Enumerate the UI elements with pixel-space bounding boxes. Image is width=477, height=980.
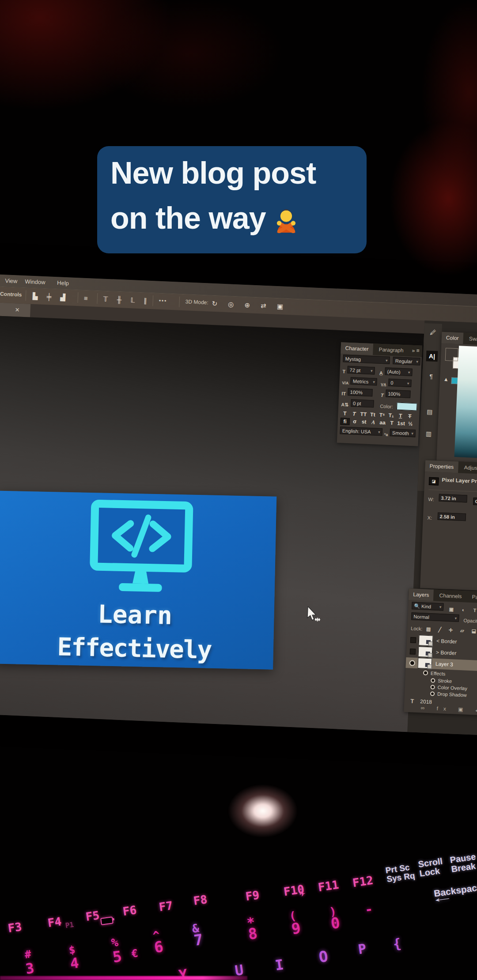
layer-thumbnail[interactable] bbox=[418, 646, 433, 657]
style-button-0[interactable]: T bbox=[341, 410, 349, 417]
menu-item-window[interactable]: Window bbox=[25, 278, 45, 286]
paragraph-panel-icon[interactable]: ¶ bbox=[425, 371, 437, 382]
tab-adjustments[interactable]: Adjustments bbox=[459, 462, 477, 475]
feature-button-4[interactable]: aa bbox=[378, 419, 387, 427]
tab-color[interactable]: Color bbox=[441, 332, 463, 344]
menu-item-view[interactable]: View bbox=[5, 277, 18, 284]
align-vertical-icons[interactable]: 𝕋 ╫ 𝕃 ∥ bbox=[103, 295, 151, 305]
key-f4[interactable]: F4 bbox=[47, 916, 62, 929]
tracking-select[interactable]: 0▾ bbox=[388, 379, 412, 387]
blend-mode-select[interactable]: Normal▾ bbox=[411, 612, 459, 622]
style-button-6[interactable]: T bbox=[396, 413, 405, 419]
style-button-3[interactable]: Tt bbox=[368, 411, 377, 418]
visibility-toggle[interactable] bbox=[423, 671, 428, 675]
layer-thumbnail[interactable] bbox=[417, 658, 432, 669]
visibility-toggle[interactable] bbox=[409, 660, 416, 666]
distribute-icon[interactable]: ≡ bbox=[84, 294, 91, 302]
color-panel: Color Swatches ▲ bbox=[436, 332, 477, 464]
lock-icons[interactable]: ▨ ╱ ✛ ▱ ⬓ bbox=[426, 626, 477, 634]
width-label: W: bbox=[428, 497, 434, 502]
vertical-scale-field[interactable]: 100% bbox=[348, 388, 373, 396]
visibility-toggle[interactable] bbox=[410, 648, 416, 655]
tab-paths[interactable]: Paths bbox=[467, 591, 477, 603]
layer-name: 2018 bbox=[420, 698, 432, 705]
text-color-swatch[interactable] bbox=[397, 403, 417, 411]
feature-button-1[interactable]: σ bbox=[350, 418, 359, 426]
key-f8[interactable]: F8 bbox=[193, 893, 208, 907]
close-icon[interactable]: ✕ bbox=[15, 306, 20, 313]
gamut-warning-icon[interactable]: ▲ bbox=[443, 376, 449, 382]
baseline-shift-icon: A⇅ bbox=[341, 402, 349, 407]
3d-mode-icons[interactable]: ↻ ◎ ⊕ ⇄ ▣ bbox=[212, 300, 288, 311]
key-f3[interactable]: F3 bbox=[7, 921, 23, 935]
story-caption[interactable]: New blog post on the way bbox=[97, 146, 367, 253]
tab-character[interactable]: Character bbox=[341, 342, 373, 355]
feature-button-3[interactable]: A bbox=[369, 419, 378, 426]
key-scroll-lock[interactable]: Scroll Lock bbox=[417, 856, 444, 878]
more-options-icon[interactable]: ••• bbox=[159, 298, 167, 304]
anti-alias-select[interactable]: Smooth▾ bbox=[390, 429, 416, 437]
style-button-4[interactable]: Tˢ bbox=[378, 412, 386, 418]
artwork-title-line1: Learn bbox=[0, 598, 274, 632]
character-panel: Character Paragraph » ≡ Mystag▾ Regular▾… bbox=[337, 342, 422, 446]
anti-alias-icon: ªa bbox=[384, 432, 388, 437]
key-f12[interactable]: F12 bbox=[352, 874, 374, 890]
feature-button-0[interactable]: fi bbox=[340, 418, 350, 425]
key-f6[interactable]: F6 bbox=[122, 904, 137, 918]
layer-thumbnail[interactable] bbox=[419, 635, 433, 646]
constrain-link-icon[interactable]: OO bbox=[473, 498, 477, 505]
baseline-shift-field[interactable]: 0 pt bbox=[351, 399, 374, 407]
tab-layers[interactable]: Layers bbox=[409, 588, 434, 601]
style-button-2[interactable]: TT bbox=[359, 411, 368, 418]
width-field[interactable]: 3.72 in bbox=[439, 494, 467, 503]
font-style-select[interactable]: Regular▾ bbox=[393, 357, 421, 366]
language-select[interactable]: English: USA▾ bbox=[340, 426, 383, 436]
horizontal-scale-field[interactable]: 100% bbox=[386, 389, 411, 398]
tab-swatches[interactable]: Swatches bbox=[464, 333, 477, 346]
feature-button-5[interactable]: T bbox=[387, 420, 396, 427]
key-f9[interactable]: F9 bbox=[245, 889, 260, 903]
key-f7[interactable]: F7 bbox=[158, 900, 174, 913]
style-button-5[interactable]: T₁ bbox=[387, 412, 396, 419]
key-f11[interactable]: F11 bbox=[317, 879, 339, 894]
feature-button-2[interactable]: st bbox=[360, 418, 368, 426]
character-panel-icon[interactable]: A| bbox=[426, 351, 438, 362]
feature-button-7[interactable]: ½ bbox=[406, 420, 415, 428]
filter-kind-select[interactable]: 🔍 Kind▾ bbox=[412, 602, 444, 611]
story-photo: New blog post on the way ViewWindowHelp … bbox=[0, 0, 477, 980]
leading-select[interactable]: (Auto)▾ bbox=[385, 367, 413, 376]
x-field[interactable]: 2.58 in bbox=[437, 513, 466, 521]
filter-type-icons[interactable]: ▣ ◐ T bbox=[449, 607, 477, 613]
layer-name: Effects bbox=[431, 671, 446, 676]
artwork-title-line2: Effectively bbox=[0, 631, 274, 666]
visibility-toggle[interactable] bbox=[430, 685, 435, 689]
feature-button-6[interactable]: 1st bbox=[397, 420, 405, 428]
document-tab[interactable]: ✕ bbox=[0, 302, 30, 317]
visibility-toggle[interactable] bbox=[430, 691, 435, 696]
tab-paragraph[interactable]: Paragraph bbox=[374, 343, 408, 356]
kerning-icon: V/A bbox=[342, 381, 348, 385]
power-led-glow bbox=[225, 782, 300, 840]
brush-settings-panel-icon[interactable]: 🖉 bbox=[427, 327, 439, 338]
key-pause-break[interactable]: Pause Break bbox=[449, 852, 477, 874]
visibility-toggle[interactable] bbox=[431, 678, 435, 682]
style-button-1[interactable]: T bbox=[350, 411, 359, 417]
transform-controls-label[interactable]: Controls bbox=[0, 291, 22, 298]
font-family-select[interactable]: Mystag▾ bbox=[343, 354, 390, 364]
font-size-select[interactable]: 72 pt▾ bbox=[347, 366, 375, 375]
artwork-document[interactable]: Learn Effectively bbox=[0, 491, 276, 670]
libraries-panel-icon[interactable]: ▥ bbox=[423, 428, 435, 439]
kerning-select[interactable]: Metrics▾ bbox=[351, 377, 378, 385]
foreground-color-swatch[interactable] bbox=[445, 348, 458, 361]
tab-channels[interactable]: Channels bbox=[435, 590, 466, 603]
panel-menu-icon[interactable]: » ≡ bbox=[412, 347, 420, 354]
tab-properties[interactable]: Properties bbox=[425, 460, 458, 473]
key-p1[interactable]: P1 bbox=[65, 921, 74, 930]
glyphs-panel-icon[interactable]: ▤ bbox=[424, 406, 435, 417]
style-button-7[interactable]: T bbox=[405, 413, 414, 419]
layer-name: > Border bbox=[436, 649, 457, 656]
menu-item-help[interactable]: Help bbox=[57, 279, 69, 286]
key-f5[interactable]: F5 bbox=[85, 909, 100, 923]
align-horizontal-icons[interactable]: ▙ ╪ ▟ bbox=[33, 292, 69, 302]
visibility-toggle[interactable] bbox=[410, 637, 416, 643]
